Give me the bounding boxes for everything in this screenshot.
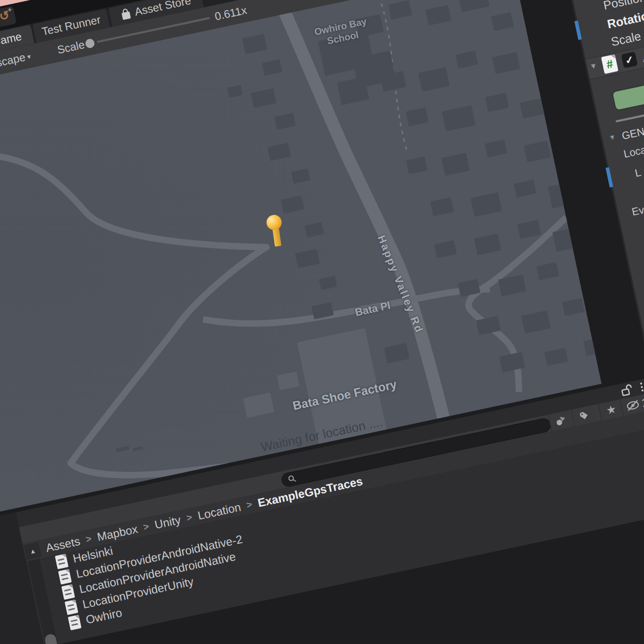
unity-editor-window: ↺ + Game Test Runner Asset Store Landsca… [0,0,644,644]
check-icon: ✓ [624,53,634,67]
component-enabled-checkbox[interactable]: ✓ [621,52,637,68]
chevron-right-icon: > [142,521,150,533]
text-asset-icon [61,584,75,600]
chevron-down-icon: ▼ [25,53,33,61]
foldout-triangle-icon[interactable]: ▼ [608,132,617,142]
search-icon [287,474,297,484]
tag-icon [578,410,590,422]
triangle-up-icon: ▲ [29,546,37,555]
foldout-triangle-icon[interactable]: ▼ [589,61,598,71]
text-asset-icon [64,599,78,615]
shapes-icon [554,415,568,427]
hash-glyph: # [605,57,614,71]
chevron-right-icon: > [85,533,92,545]
shopping-bag-icon [120,7,132,21]
chevron-right-icon: > [185,512,193,524]
text-asset-icon [55,553,68,569]
lock-icon[interactable] [619,383,633,397]
field-e-label: Ev [631,204,644,218]
collapse-panel-button[interactable]: ▲ [24,542,42,560]
eye-slash-icon [624,398,641,413]
star-icon: ★ [605,403,618,418]
text-asset-icon [68,614,82,630]
text-asset-icon [58,569,71,584]
chevron-right-icon: > [246,499,253,511]
